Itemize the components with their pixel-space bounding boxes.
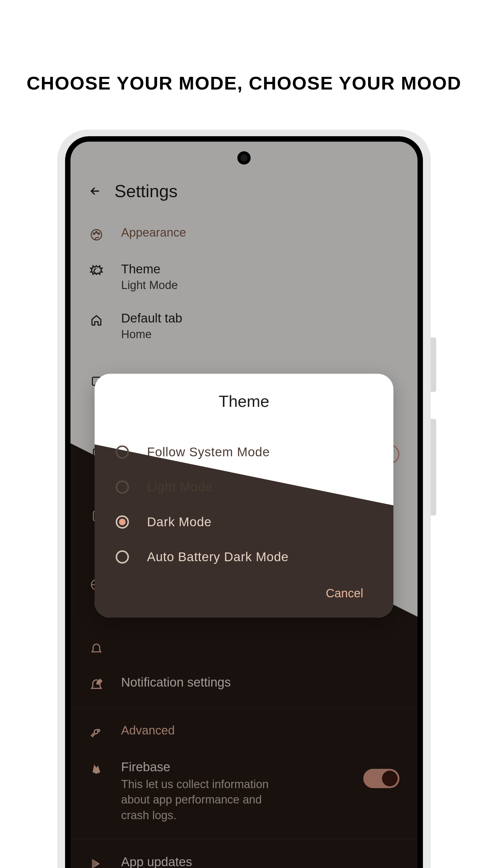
radio-option-auto-battery[interactable]: Auto Battery Dark Mode — [116, 539, 372, 575]
radio-label: Dark Mode — [147, 515, 212, 529]
marketing-headline: CHOOSE YOUR MODE, CHOOSE YOUR MOOD — [0, 72, 488, 94]
radio-label: Follow System Mode — [147, 445, 270, 459]
radio-icon — [116, 550, 129, 564]
phone-frame: Settings Appearance Theme Light Mode — [57, 130, 431, 868]
theme-dialog: Theme Follow System Mode Light Mode Dark… — [95, 374, 393, 618]
radio-option-dark-mode[interactable]: Dark Mode — [116, 504, 372, 539]
radio-label: Auto Battery Dark Mode — [147, 550, 289, 564]
phone-volume-button — [431, 419, 436, 516]
radio-option-follow-system[interactable]: Follow System Mode — [116, 435, 372, 470]
phone-screen: Settings Appearance Theme Light Mode — [70, 142, 418, 868]
radio-option-light-mode[interactable]: Light Mode — [116, 470, 372, 504]
phone-side-button — [431, 338, 436, 392]
dialog-title: Theme — [116, 392, 372, 410]
radio-label: Light Mode — [147, 480, 213, 494]
radio-icon — [116, 445, 129, 459]
cancel-button[interactable]: Cancel — [116, 575, 372, 603]
radio-icon — [116, 480, 129, 494]
radio-icon-selected — [116, 516, 129, 529]
camera-notch — [237, 151, 251, 164]
